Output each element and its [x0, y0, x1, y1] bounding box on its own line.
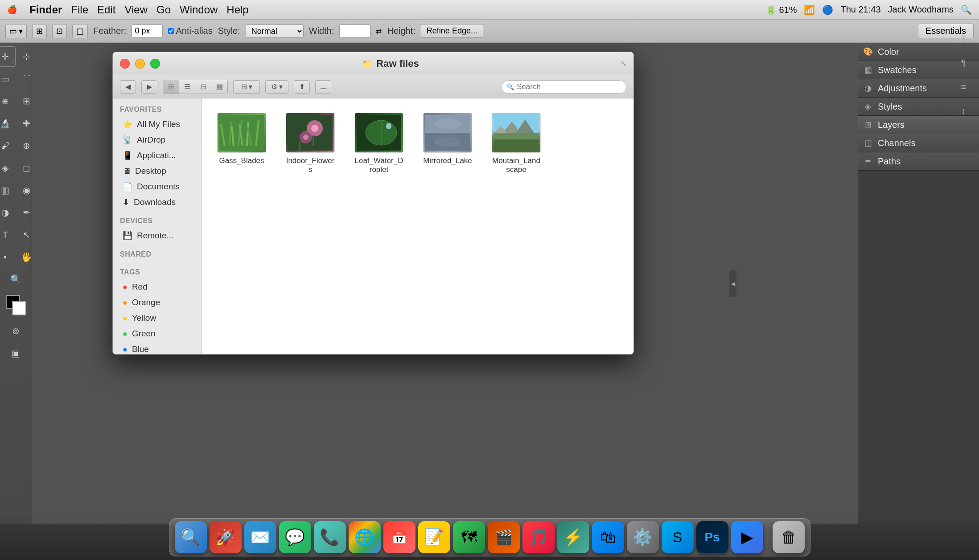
dock-calendar[interactable]: 📅: [383, 521, 415, 553]
share-button[interactable]: ⬆: [294, 80, 310, 94]
menu-finder[interactable]: Finder: [29, 4, 62, 16]
swap-icon[interactable]: ⇄: [376, 27, 382, 35]
dock-skype[interactable]: S: [662, 521, 694, 553]
dock-messages[interactable]: 💬: [279, 521, 311, 553]
finder-content[interactable]: Gass_Blades: [202, 98, 633, 355]
file-item-grass-blades[interactable]: Gass_Blades: [213, 109, 271, 178]
marquee-tool-group[interactable]: ▭ ▾: [5, 24, 27, 38]
icon-view-button[interactable]: ⊞: [163, 80, 179, 94]
sidebar-item-tag-yellow[interactable]: ● Yellow: [115, 311, 199, 326]
right-panel-collapse[interactable]: ◀: [729, 270, 736, 297]
right-tool-1[interactable]: T: [953, 29, 974, 49]
brush-tool[interactable]: 🖌: [0, 135, 16, 156]
window-maximize-button[interactable]: [150, 59, 160, 69]
coverflow-view-button[interactable]: ▦: [211, 80, 227, 94]
menu-file[interactable]: File: [71, 4, 88, 16]
dock-appstore[interactable]: 🛍: [592, 521, 624, 553]
path-button[interactable]: ⚊: [315, 80, 331, 94]
channels-panel-header[interactable]: ◫ Channels: [858, 134, 979, 152]
sidebar-item-tag-red[interactable]: ● Red: [115, 279, 199, 294]
apple-menu[interactable]: 🍎: [7, 5, 17, 15]
dock-trash[interactable]: 🗑: [773, 521, 805, 553]
single-row-btn[interactable]: ⊞: [32, 24, 47, 38]
menu-window[interactable]: Window: [180, 4, 218, 16]
sidebar-item-tag-blue[interactable]: ● Blue: [115, 342, 199, 355]
dock-finder[interactable]: 🔍: [175, 521, 207, 553]
file-name: Moutain_Landscape: [491, 156, 542, 174]
sidebar-item-tag-green[interactable]: ● Green: [115, 326, 199, 341]
arrange-dropdown[interactable]: ⊞ ▾: [233, 80, 260, 94]
move-tool[interactable]: ✛: [0, 46, 16, 67]
dock-quicktime[interactable]: ▶: [731, 521, 763, 553]
menu-go[interactable]: Go: [156, 4, 171, 16]
menu-search-icon[interactable]: 🔍: [961, 4, 972, 15]
sidebar-item-airdrop[interactable]: 📡 AirDrop: [115, 132, 199, 147]
text-tool[interactable]: T: [0, 225, 16, 245]
dock-facetime[interactable]: 📞: [314, 521, 346, 553]
sidebar-item-tag-orange[interactable]: ● Orange: [115, 295, 199, 310]
action-dropdown[interactable]: ⚙ ▾: [265, 80, 288, 94]
back-button[interactable]: ◀: [120, 80, 136, 94]
file-item-leaf-water-droplet[interactable]: Leaf_Water_Droplet: [350, 109, 408, 178]
dock-vuse[interactable]: 🎬: [488, 521, 520, 553]
right-tool-3[interactable]: ≡: [953, 77, 974, 97]
feather-input[interactable]: [132, 25, 163, 37]
right-tool-4[interactable]: ↕: [953, 101, 974, 121]
dock-chrome[interactable]: 🌐: [349, 521, 381, 553]
menu-edit[interactable]: Edit: [97, 4, 115, 16]
dodge-tool[interactable]: ◑: [0, 202, 16, 223]
shared-header: SHARED: [113, 249, 202, 261]
column-view-button[interactable]: ⊟: [195, 80, 211, 94]
file-item-indoor-flowers[interactable]: Indoor_Flowers: [281, 109, 339, 178]
window-close-button[interactable]: [120, 59, 130, 69]
marquee-rect-tool[interactable]: ▭: [0, 69, 16, 89]
dock-itunes[interactable]: 🎵: [522, 521, 555, 553]
menu-help[interactable]: Help: [226, 4, 248, 16]
search-input[interactable]: [517, 82, 621, 91]
dock-launchpad[interactable]: 🚀: [210, 521, 242, 553]
right-tool-2[interactable]: ¶: [953, 53, 974, 73]
canvas-area[interactable]: ◀ 📁 Raw files ⤡ ◀ ▶ ⊞ ☰: [32, 43, 858, 524]
finder-sidebar: FAVORITES ⭐ All My Files 📡 AirDrop 📱 App…: [113, 98, 202, 355]
window-minimize-button[interactable]: [135, 59, 145, 69]
gradient-tool[interactable]: ▥: [0, 180, 16, 200]
menu-view[interactable]: View: [124, 4, 148, 16]
eyedropper-tool[interactable]: 🔬: [0, 113, 16, 134]
forward-button[interactable]: ▶: [141, 80, 157, 94]
view-toggle-btn[interactable]: ⊡: [52, 24, 67, 38]
style-select[interactable]: Normal Fixed Ratio Fixed Size: [246, 25, 304, 38]
history-tool[interactable]: ◈: [0, 158, 16, 178]
finder-resize-btn[interactable]: ⤡: [621, 59, 626, 68]
sidebar-item-remote[interactable]: 💾 Remote...: [115, 228, 199, 243]
dock-mail[interactable]: ✉️: [244, 521, 276, 553]
quick-mask-btn[interactable]: ⊚: [6, 321, 26, 341]
list-view-button[interactable]: ☰: [179, 80, 195, 94]
zoom-tool[interactable]: 🔍: [6, 269, 26, 290]
background-color[interactable]: [12, 301, 26, 315]
mask-btn[interactable]: ◫: [72, 24, 88, 38]
marquee-dropdown[interactable]: ▾: [19, 26, 23, 36]
sidebar-item-downloads[interactable]: ⬇ Downloads: [115, 195, 199, 210]
sidebar-item-all-my-files[interactable]: ⭐ All My Files: [115, 117, 199, 132]
file-item-mountain-landscape[interactable]: Moutain_Landscape: [487, 109, 545, 178]
screen-mode-btn[interactable]: ▣: [6, 343, 26, 364]
width-input[interactable]: [339, 25, 370, 37]
file-item-mirrored-lake[interactable]: Mirrored_Lake: [419, 109, 477, 178]
paths-panel-header[interactable]: ✒ Paths: [858, 152, 979, 171]
dock-notes[interactable]: 📝: [418, 521, 450, 553]
dock-preferences[interactable]: ⚙️: [627, 521, 659, 553]
dock-edge[interactable]: ⚡: [557, 521, 589, 553]
skype-dock-icon: S: [673, 529, 682, 546]
antialias-checkbox[interactable]: [168, 28, 174, 34]
magic-wand-tool[interactable]: ⋇: [0, 91, 16, 111]
sidebar-item-documents[interactable]: 📄 Documents: [115, 179, 199, 194]
facetime-dock-icon: 📞: [320, 528, 340, 547]
sidebar-item-applications[interactable]: 📱 Applicati...: [115, 148, 199, 163]
menu-bluetooth: 🔵: [822, 4, 833, 15]
sidebar-item-desktop[interactable]: 🖥 Desktop: [115, 164, 199, 179]
dock-photoshop[interactable]: Ps: [696, 521, 728, 553]
shape-tool[interactable]: ▪: [0, 247, 16, 267]
dock-maps[interactable]: 🗺: [453, 521, 485, 553]
refine-edge-button[interactable]: Refine Edge...: [421, 24, 483, 38]
finder-search-bar[interactable]: 🔍: [502, 80, 626, 94]
